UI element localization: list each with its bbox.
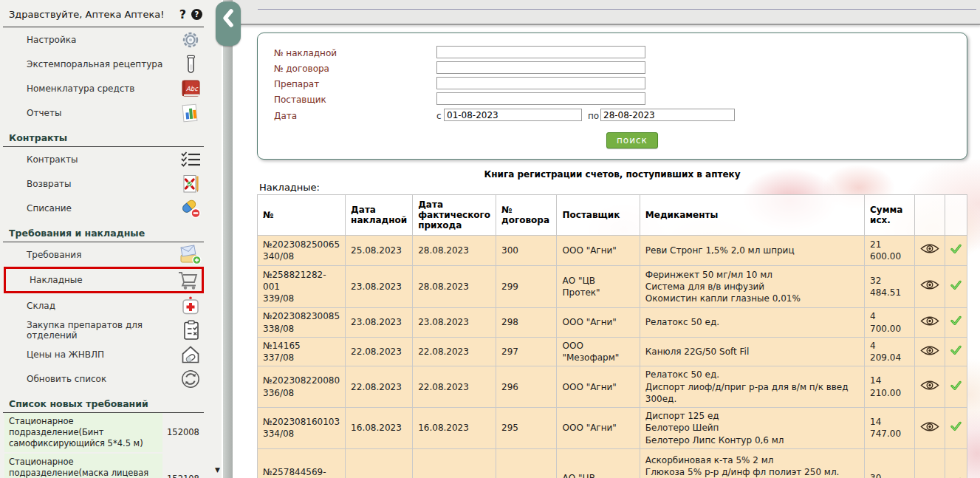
date-to-input[interactable]	[600, 109, 735, 121]
search-button[interactable]: поиск	[606, 132, 658, 148]
contract-number-input[interactable]	[436, 61, 645, 74]
invoice-number-label: № накладной	[274, 48, 337, 58]
section-title-contracts: Контракты	[3, 128, 204, 147]
col-invoice-date: Дата накладной	[346, 195, 413, 236]
greeting-text: Здравствуйте, Аптека Аптека!	[9, 9, 164, 20]
mail-plus-icon	[179, 244, 202, 266]
col-number: №	[258, 195, 346, 236]
confirm-check-icon[interactable]	[950, 421, 962, 434]
view-eye-icon[interactable]	[920, 345, 939, 359]
drug-label: Препарат	[274, 79, 319, 89]
date-from-label: с	[436, 111, 442, 121]
col-contract: № договора	[496, 195, 557, 236]
sidebar-item-warehouse[interactable]: Склад	[3, 293, 204, 318]
filter-panel: № накладной № договора Препарат Поставщи…	[257, 33, 967, 160]
sidebar-item-procurement[interactable]: Закупка препаратов для отделений	[3, 318, 204, 342]
table-row: №202308160103 334/08 16.08.2023 16.08.20…	[258, 407, 967, 448]
view-eye-icon[interactable]	[920, 243, 939, 257]
bar-chart-icon	[179, 102, 202, 124]
refresh-icon	[179, 368, 202, 390]
invoice-number-input[interactable]	[436, 46, 645, 58]
main-content: № накладной № договора Препарат Поставщи…	[232, 25, 980, 478]
col-medicaments: Медикаменты	[640, 195, 864, 236]
sidebar-item-requests[interactable]: Требования	[3, 242, 204, 267]
app-window: Здравствуйте, Аптека Аптека! ? ? Настрой…	[0, 0, 980, 478]
sidebar-item-extemporal-recipe[interactable]: Экстемпоральная рецептура	[3, 52, 204, 76]
confirm-check-icon[interactable]	[950, 380, 962, 394]
col-view	[914, 195, 945, 236]
date-from-input[interactable]	[444, 109, 582, 121]
header-divider-line	[258, 9, 976, 10]
test-tube-icon	[179, 53, 202, 75]
main-header-strip	[232, 0, 980, 25]
sidebar-item-contracts[interactable]: Контракты	[3, 147, 204, 171]
col-confirm	[945, 195, 967, 236]
pill-minus-icon	[179, 197, 202, 219]
contract-number-label: № договора	[274, 64, 329, 74]
table-row: №202308220080 336/08 22.08.2023 22.08.20…	[258, 366, 967, 408]
sidebar-header: Здравствуйте, Аптека Аптека! ? ?	[3, 6, 204, 27]
section-title-requests-invoices: Требования и накладные	[3, 223, 204, 242]
checklist-icon	[179, 148, 202, 171]
new-request-item[interactable]: Стационарное подразделение(Бинт самофикс…	[4, 413, 204, 452]
supplier-label: Поставщик	[274, 95, 326, 105]
table-caption: Накладные:	[259, 182, 320, 193]
confirm-check-icon[interactable]	[950, 315, 962, 329]
help-icon[interactable]: ?	[179, 7, 186, 21]
table-row: №202308230085 338/08 23.08.2023 23.08.20…	[258, 308, 967, 338]
sidebar-collapse-button[interactable]	[216, 1, 241, 46]
gear-icon	[179, 29, 202, 51]
chevron-left-icon	[221, 7, 236, 32]
sidebar-item-refresh-list[interactable]: Обновить список	[3, 366, 204, 391]
view-eye-icon[interactable]	[920, 380, 939, 394]
date-to-label: по	[588, 111, 599, 121]
table-row: №257844569-001 335/08 16.08.2023 17.08.2…	[258, 448, 967, 478]
sidebar-splitter[interactable]	[223, 0, 233, 478]
house-pill-icon	[179, 344, 202, 366]
view-eye-icon[interactable]	[920, 421, 939, 435]
svg-text:Abc: Abc	[186, 84, 199, 92]
col-supplier: Поставщик	[557, 195, 640, 236]
sidebar-item-zhnvlp-prices[interactable]: Цены на ЖНВЛП	[3, 342, 204, 366]
active-item-highlight: Накладные	[4, 267, 204, 293]
return-document-icon	[179, 173, 202, 195]
sidebar: Здравствуйте, Аптека Аптека! ? ? Настрой…	[0, 0, 222, 478]
sidebar-scroll-down-arrow[interactable]: ▼	[215, 466, 220, 474]
page-title: Книга регистрации счетов, поступивших в …	[257, 169, 967, 180]
cart-icon	[177, 269, 200, 291]
supplier-input[interactable]	[436, 92, 645, 105]
sidebar-item-invoices[interactable]: Накладные	[6, 269, 202, 291]
date-label: Дата	[274, 111, 297, 121]
sidebar-item-reports[interactable]: Отчеты	[3, 100, 204, 125]
new-request-item[interactable]: Стационарное подразделение(маска лицевая…	[4, 454, 204, 478]
confirm-check-icon[interactable]	[950, 244, 962, 257]
clipboard-icon	[181, 319, 202, 341]
abc-book-icon: Abc	[179, 78, 202, 100]
confirm-check-icon[interactable]	[950, 345, 962, 358]
table-header-row: № Дата накладной Дата фактического прихо…	[258, 195, 967, 236]
col-arrival-date: Дата фактического прихода	[413, 195, 496, 236]
view-eye-icon[interactable]	[920, 315, 939, 330]
info-circle-icon[interactable]: ?	[191, 9, 202, 20]
confirm-check-icon[interactable]	[950, 280, 962, 293]
col-sum: Сумма исх.	[865, 195, 915, 236]
view-eye-icon[interactable]	[920, 279, 939, 293]
table-row: №258821282-001 339/08 23.08.2023 28.08.2…	[258, 266, 967, 308]
sidebar-item-writeoff[interactable]: Списание	[3, 196, 204, 220]
table-row: №202308250065 340/08 25.08.2023 28.08.20…	[258, 236, 967, 266]
table-row: №14165 337/08 22.08.2023 22.08.2023 297 …	[258, 338, 967, 366]
sidebar-item-settings[interactable]: Настройка	[3, 27, 204, 52]
drug-input[interactable]	[436, 77, 645, 89]
invoices-table: № Дата накладной Дата фактического прихо…	[257, 194, 967, 478]
sidebar-item-returns[interactable]: Возвраты	[3, 171, 204, 196]
first-aid-case-icon	[179, 295, 202, 317]
section-title-new-requests: Список новых требований	[3, 394, 204, 413]
sidebar-item-nomenclature[interactable]: Номенклатура средств Abc	[3, 76, 204, 100]
